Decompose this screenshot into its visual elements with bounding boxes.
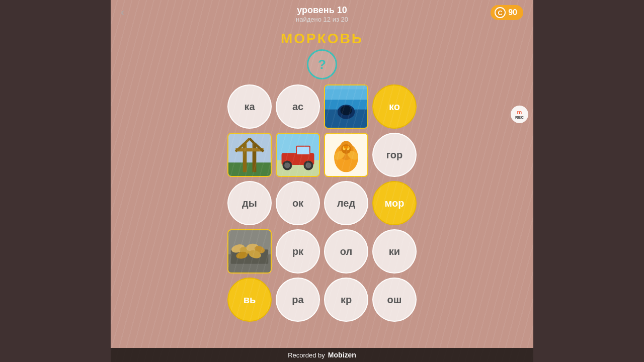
cell-kr[interactable]: кр [324,278,368,322]
svg-rect-10 [253,143,257,172]
cell-led[interactable]: лед [324,181,368,225]
right-panel [533,0,644,362]
rec-badge: m REC [511,106,528,123]
svg-point-5 [341,106,352,115]
mobizen-logo: Mobizen [328,351,356,359]
cell-ki[interactable]: ки [372,229,417,274]
cell-ra[interactable]: ра [276,278,320,322]
cell-osh[interactable]: ош [372,278,417,322]
cell-as[interactable]: ас [276,84,320,129]
svg-rect-8 [228,162,271,176]
cell-gor[interactable]: гор [372,133,417,177]
cell-machine[interactable] [276,133,320,177]
question-mark: ? [318,57,326,72]
cell-ka[interactable]: ка [227,84,272,129]
bottom-bar: Recorded by Mobizen [111,348,533,362]
level-title: уровень 10 [296,5,348,16]
game-area: ‹ уровень 10 найдено 12 из 20 C 90 МОРКО… [111,0,533,362]
recorded-by-label: Recorded by [288,351,325,359]
level-sub: найдено 12 из 20 [296,16,348,23]
answer-word: МОРКОВЬ [111,31,533,47]
grid-row-2: гор [227,133,417,177]
svg-point-24 [305,162,311,168]
level-info: уровень 10 найдено 12 из 20 [296,5,348,23]
cell-mor[interactable]: мор [372,181,417,225]
cell-ko[interactable]: ко [372,84,417,129]
svg-rect-6 [325,85,367,89]
svg-rect-9 [243,143,247,172]
left-panel [0,0,111,362]
cell-v[interactable]: вь [227,278,272,322]
header: ‹ уровень 10 найдено 12 из 20 C 90 [111,0,533,28]
grid-row-3: ды ок лед мор [227,181,417,225]
cell-bird[interactable] [324,133,368,177]
question-circle[interactable]: ? [307,49,337,79]
cell-frame[interactable] [227,133,272,177]
back-button[interactable]: ‹ [121,6,124,19]
grid-row-5: вь ра кр ош [227,278,417,322]
svg-point-33 [344,146,349,149]
coins-display: C 90 [491,5,523,20]
grid-row-4: рк ол ки [227,229,417,274]
cell-rk[interactable]: рк [276,229,320,274]
cell-ol[interactable]: ол [324,229,368,274]
coin-count: 90 [508,8,517,17]
coin-icon: C [495,7,506,18]
svg-rect-20 [297,147,309,154]
cell-dy[interactable]: ды [227,181,272,225]
grid-row-1: ка ас ко [227,84,417,129]
cell-food[interactable] [227,229,272,274]
grid-container: ка ас ко [111,84,533,322]
cell-ocean[interactable] [324,84,368,129]
svg-point-22 [284,162,290,168]
cell-ok[interactable]: ок [276,181,320,225]
